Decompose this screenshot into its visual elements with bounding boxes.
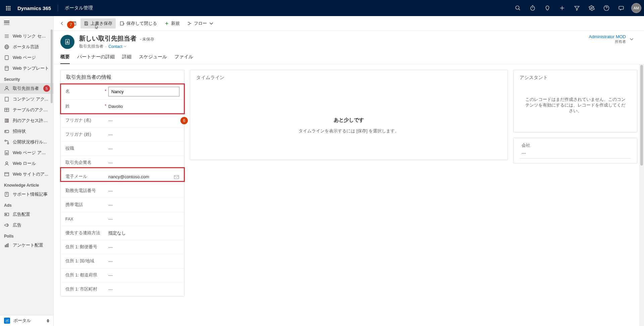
sidebar-item-website-access[interactable]: Web サイトのア... — [0, 169, 53, 180]
svg-point-30 — [7, 143, 9, 144]
add-button[interactable] — [555, 1, 569, 15]
sidebar-item-poll-placement[interactable]: アンケート配置 — [0, 240, 53, 251]
form-selector[interactable]: Contact — [108, 44, 127, 49]
plus-icon — [559, 5, 565, 11]
save-button[interactable]: 7 — [68, 19, 80, 28]
field-mobile[interactable]: 携帯電話 --- — [61, 198, 184, 212]
user-avatar[interactable]: AM — [631, 3, 641, 13]
field-email[interactable]: 電子メール nancy@contoso.com — [61, 170, 184, 184]
main-scrollbar-thumb[interactable] — [640, 65, 643, 166]
sidebar-item-invitation[interactable]: 招待状 — [0, 126, 53, 137]
site-icon — [4, 172, 9, 177]
field-value: --- — [108, 245, 179, 250]
main-scrollbar[interactable] — [639, 64, 644, 326]
nav-scrollbar[interactable] — [50, 29, 53, 309]
sidebar-item-table-access[interactable]: テーブルのアクセ... — [0, 105, 53, 115]
tab-schedule[interactable]: スケジュール — [139, 54, 167, 64]
filter-button[interactable] — [570, 1, 584, 15]
gear-icon — [589, 5, 595, 11]
chevron-down-icon — [123, 45, 127, 48]
field-jobtitle[interactable]: 役職 --- — [61, 141, 184, 155]
app-launcher-button[interactable] — [3, 3, 13, 13]
tab-files[interactable]: ファイル — [174, 54, 193, 64]
nav-scrollbar-thumb[interactable] — [51, 29, 53, 103]
sidebar-item-webpage-access[interactable]: Web ページ アク... — [0, 147, 53, 158]
area-switcher[interactable]: ポ ポータル — [0, 315, 53, 326]
form-body: 取引先担当者の情報 名* 姓* Davolio フリガナ (名) --- 6 — [54, 64, 644, 326]
cmd-label: 保存して閉じる — [126, 20, 157, 26]
sidebar-item-ad[interactable]: 広告 — [0, 220, 53, 231]
poll-icon — [4, 243, 9, 248]
field-addr-postal[interactable]: 住所 1: 郵便番号 --- — [61, 240, 184, 254]
section-title: 取引先担当者の情報 — [61, 70, 184, 84]
page-lock-icon — [4, 150, 9, 155]
search-button[interactable] — [511, 1, 525, 15]
field-label: 住所 1: 郵便番号 — [65, 245, 97, 249]
field-company[interactable]: 取引先企業名 --- — [61, 155, 184, 170]
nav-label: アンケート配置 — [13, 242, 43, 248]
field-furigana-first[interactable]: フリガナ (名) --- 6 — [61, 113, 184, 127]
sidebar-item-content-access[interactable]: コンテンツ アク... — [0, 94, 53, 105]
timer-button[interactable] — [526, 1, 539, 15]
lightbulb-button[interactable] — [541, 1, 554, 15]
field-addr-city[interactable]: 住所 1: 市区町村 --- — [61, 282, 184, 296]
role-icon — [4, 161, 9, 166]
sidebar-item-weblinkset[interactable]: Web リンク セット — [0, 31, 53, 42]
field-label: FAX — [65, 217, 73, 221]
save-close-button[interactable]: 保存して閉じる — [116, 18, 160, 28]
nav-collapse-button[interactable] — [0, 16, 53, 29]
owner-label: 所有者 — [589, 39, 626, 44]
field-addr-country[interactable]: 住所 1: 国/地域 --- — [61, 254, 184, 268]
field-furigana-last[interactable]: フリガナ (姓) --- — [61, 127, 184, 141]
back-button[interactable] — [56, 19, 68, 28]
timeline-empty-title: あと少しです — [203, 117, 495, 123]
company-section: 会社 --- — [513, 138, 637, 164]
list-icon — [4, 34, 9, 39]
sidebar-item-column-access[interactable]: 列のアクセス許可... — [0, 115, 53, 126]
cmd-label: フロー — [194, 20, 207, 26]
nav-label: Web ロール — [13, 160, 36, 167]
sidebar-item-kb-article[interactable]: サポート情報記事 — [0, 189, 53, 200]
field-label: 住所 1: 都道府県 — [65, 273, 97, 277]
settings-button[interactable] — [585, 1, 598, 15]
nav-group-polls: Polls — [0, 231, 53, 240]
sidebar-item-contacts[interactable]: 取引先担当者 5 — [0, 83, 53, 94]
sidebar-item-webtemplate[interactable]: Web テンプレート — [0, 63, 53, 74]
flow-button[interactable]: フロー — [184, 18, 217, 28]
field-addr-state[interactable]: 住所 1: 都道府県 --- — [61, 268, 184, 282]
sidebar-item-ad-placement[interactable]: 広告配置 — [0, 209, 53, 220]
sidebar-item-publish-rule[interactable]: 公開状況移行ル... — [0, 137, 53, 147]
field-bizphone[interactable]: 勤務先電話番号 --- — [61, 184, 184, 198]
tab-partner-details[interactable]: パートナーの詳細 — [77, 54, 115, 64]
help-button[interactable] — [600, 1, 613, 15]
new-button[interactable]: 新規 — [161, 18, 183, 28]
unsaved-indicator: - 未保存 — [140, 37, 154, 42]
owner-link[interactable]: Administrator MOD — [589, 34, 626, 39]
svg-rect-40 — [5, 214, 7, 215]
field-fax[interactable]: FAX --- — [61, 212, 184, 226]
assistant-button[interactable] — [614, 1, 628, 15]
record-owner-block: Administrator MOD 所有者 — [589, 34, 634, 44]
app-name: ポータル管理 — [65, 5, 93, 11]
save-overwrite-button[interactable]: 上書き保存 — [80, 18, 116, 28]
mail-icon[interactable] — [173, 174, 179, 180]
nav-label: Web テンプレート — [13, 65, 49, 71]
field-lastname[interactable]: 姓* Davolio — [61, 99, 184, 113]
sidebar-item-webpage[interactable]: Web ページ — [0, 52, 53, 63]
field-pref-contact[interactable]: 優先する連絡方法 指定なし — [61, 226, 184, 240]
svg-point-7 — [591, 7, 593, 9]
step-marker-7: 7 — [67, 21, 74, 28]
template-icon — [4, 66, 9, 71]
firstname-input[interactable] — [108, 87, 179, 96]
tab-details[interactable]: 詳細 — [122, 54, 131, 64]
tab-overview[interactable]: 概要 — [60, 54, 70, 64]
sidebar-item-webrole[interactable]: Web ロール — [0, 158, 53, 169]
sidebar-item-portal-language[interactable]: ポータル言語 — [0, 42, 53, 52]
nav-group-ads: Ads — [0, 200, 53, 209]
megaphone-icon — [4, 222, 9, 228]
nav-label: Web ページ アク... — [13, 150, 49, 156]
svg-rect-25 — [6, 119, 7, 122]
columns-icon — [4, 118, 9, 123]
email-value: nancy@contoso.com — [108, 174, 173, 179]
chevron-down-icon[interactable] — [629, 37, 634, 42]
